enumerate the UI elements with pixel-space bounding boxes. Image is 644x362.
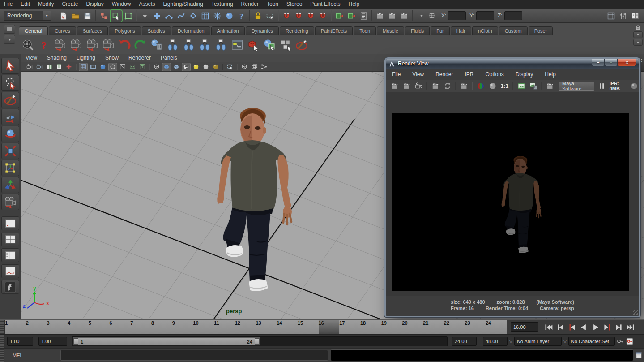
ipr-render-button[interactable] [387,10,398,22]
select-by-component-button[interactable] [123,10,134,22]
toggle-tool-settings-button[interactable] [618,10,629,22]
drag-handle[interactable] [0,335,4,348]
frame-cell[interactable]: 21 [423,320,444,334]
panel-menu-item[interactable]: Renderer [128,55,151,61]
menu-item[interactable]: Help [345,0,364,9]
resize-grip[interactable] [633,310,638,315]
playback-range-bar[interactable]: 1 24 [73,337,260,345]
shelf-tab[interactable]: Muscle [377,26,404,35]
frame-cell[interactable]: 2 [26,320,47,334]
shelf-tab[interactable]: Hair [451,26,471,35]
shelf-tab[interactable]: Fur [431,26,450,35]
frame-cell[interactable]: 9 [172,320,193,334]
viewport-layers-button[interactable] [250,63,259,71]
lasso-select-tool[interactable] [1,75,19,91]
step-forward-frame-button[interactable] [613,322,624,332]
anim-layer-field[interactable] [514,337,562,346]
viewport-safe-action-button[interactable] [128,63,137,71]
shelf-scroll-down-button[interactable] [633,39,643,46]
pause-ipr-button[interactable] [597,81,606,91]
show-manipulator-tool[interactable] [1,194,19,210]
layout-persp-graph-button[interactable] [1,264,19,278]
shelf-undo-button[interactable] [116,37,132,52]
set-key-icon[interactable] [616,337,624,345]
mask-parm-points-button[interactable] [163,10,175,22]
snap-to-grids-button[interactable] [281,10,292,22]
menu-set-selector[interactable]: Rendering ▾ [4,11,51,21]
shelf-selector-button[interactable] [4,25,15,34]
delete-shelf-item-icon[interactable] [635,24,641,30]
step-forward-key-button[interactable] [601,322,613,332]
menu-item[interactable]: Lighting/Shading [159,0,207,9]
panel-menu-item[interactable]: Lighting [77,55,95,61]
viewport-film-gate-button[interactable] [89,63,98,71]
shelf-delete-button[interactable] [149,37,164,52]
panel-menu-item[interactable]: Panels [161,55,177,61]
shelf-tab[interactable]: Fluids [405,26,430,35]
scale-tool[interactable] [1,143,19,159]
selection-mask-menu[interactable] [139,10,150,22]
frame-cell[interactable]: 3 [47,320,68,334]
toggle-attribute-editor-button[interactable] [606,10,617,22]
shelf-camera-track-button[interactable] [68,37,84,52]
inputs-to-selected-button[interactable] [334,10,345,22]
y-coordinate-field[interactable] [476,11,494,20]
layout-hypershade-button[interactable] [1,280,19,294]
lock-selection-button[interactable] [252,10,264,22]
frame-ruler[interactable]: 123456789101112131415161718192021222324 [4,320,507,334]
viewport-shaded-mode-button[interactable] [162,63,171,71]
toggle-channel-box-button[interactable] [630,10,641,22]
redo-previous-render-button[interactable] [401,81,412,91]
virtual-slider-icon[interactable] [418,10,425,22]
snap-to-points-button[interactable] [305,10,316,22]
go-to-end-button[interactable] [624,322,636,332]
shelf-assign-material-button[interactable] [261,37,277,52]
render-view-menu-item[interactable]: Help [545,71,556,78]
layout-outliner-persp-button[interactable] [1,248,19,262]
shelf-paint-tool-button[interactable] [294,37,309,52]
render-view-titlebar[interactable]: Render View – ▫ ✕ [386,59,639,69]
viewport-default-light-button[interactable] [192,63,200,71]
viewport-2d-pan-zoom-button[interactable] [55,63,64,71]
refresh-ipr-button[interactable] [442,81,453,91]
shelf-tab[interactable]: Deformation [172,26,210,35]
viewport-image-plane-button[interactable] [45,63,54,71]
menu-item[interactable]: Assets [135,0,159,9]
frame-cell[interactable]: 24 [486,320,507,334]
shelf-menu-button[interactable] [4,35,15,44]
soft-modification-tool[interactable] [1,177,19,193]
render-current-frame-button[interactable] [375,10,386,22]
frame-cell[interactable]: 20 [402,320,423,334]
remove-image-button[interactable] [528,81,539,91]
snapshot-button[interactable] [413,81,424,91]
frame-cell[interactable]: 1 [5,320,26,334]
animation-start-field[interactable] [7,337,33,346]
panel-menu-item[interactable]: View [26,55,37,61]
shelf-tab[interactable]: Custom [499,26,528,35]
chevron-down-icon[interactable]: ▽ [563,339,567,344]
maximize-button[interactable]: ▫ [605,59,618,66]
shelf-tab[interactable]: nCloth [472,26,498,35]
viewport-wireframe-mode-button[interactable] [152,63,161,71]
range-end-handle[interactable] [255,338,260,345]
mask-deformations-button[interactable] [200,10,211,22]
shelf-joint-chain-4-button[interactable] [213,37,229,52]
shelf-scroll-up-button[interactable] [633,31,643,38]
viewport-field-chart-button[interactable] [118,63,127,71]
frame-cell[interactable]: 13 [256,320,277,334]
drag-handle[interactable] [0,320,4,334]
viewport-camera-attributes-button[interactable] [25,63,34,71]
outputs-from-selected-button[interactable] [346,10,357,22]
snap-to-curves-button[interactable] [293,10,304,22]
frame-cell[interactable]: 15 [298,320,319,334]
render-button[interactable] [389,81,400,91]
frame-cell[interactable]: 4 [68,320,89,334]
menu-item[interactable]: Stereo [282,0,306,9]
viewport-no-light-button[interactable] [211,63,220,71]
x-coordinate-field[interactable] [448,11,466,20]
shelf-tab[interactable]: Subdivs [142,26,171,35]
render-view-canvas[interactable] [386,92,639,296]
drag-handle[interactable] [0,349,4,362]
ipr-render-button[interactable] [430,81,441,91]
close-button[interactable]: ✕ [618,59,636,66]
